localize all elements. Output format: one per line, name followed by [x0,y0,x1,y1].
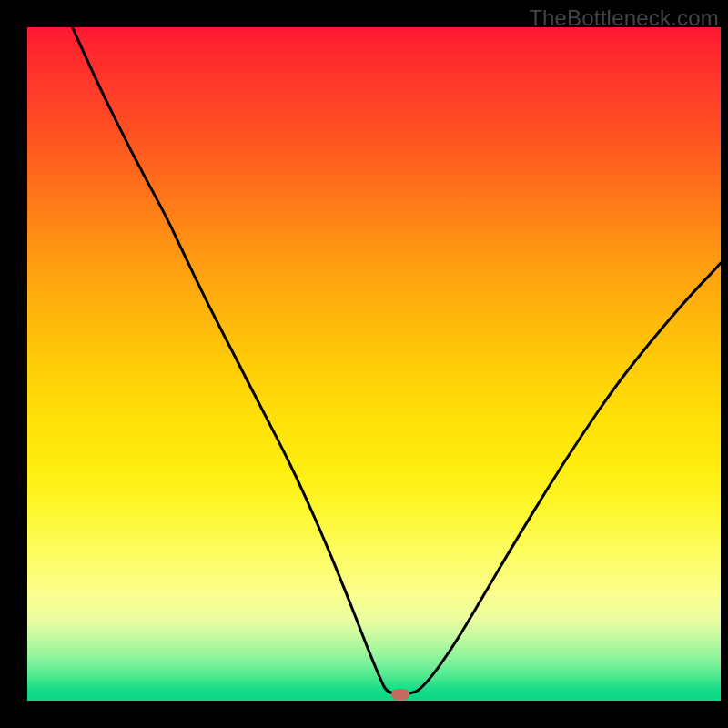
curve-svg [27,27,721,701]
plot-area [27,27,721,701]
bottleneck-curve [73,27,722,694]
optimal-point-marker [391,689,410,700]
watermark-text: TheBottleneck.com [529,5,719,31]
chart-container: TheBottleneck.com [0,0,728,728]
